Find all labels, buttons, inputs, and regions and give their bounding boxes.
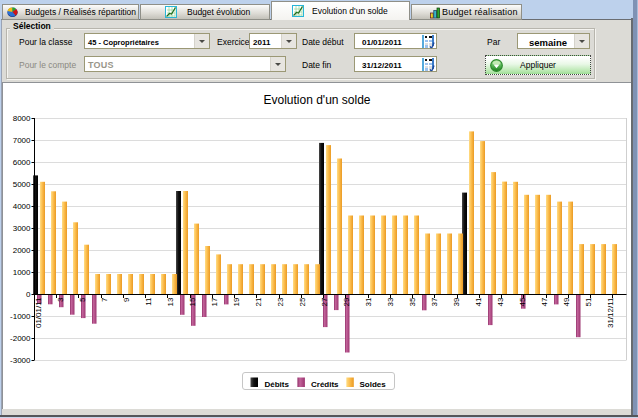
svg-text:Soldes: Soldes (360, 380, 387, 389)
svg-text:Crédits: Crédits (311, 380, 339, 389)
svg-text:Débits: Débits (265, 380, 290, 389)
